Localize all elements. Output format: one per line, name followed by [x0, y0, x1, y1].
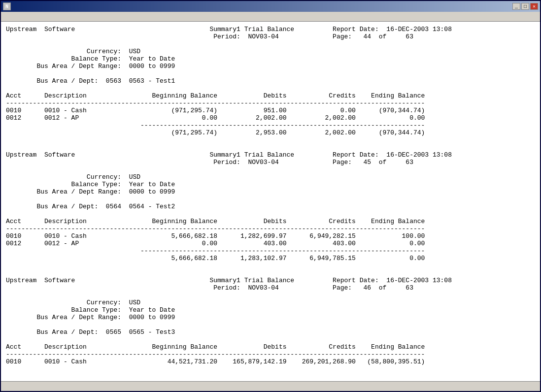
text-content[interactable]: Upstream Software Summary1 Trial Balance… — [1, 22, 540, 381]
title-bar: N _ □ ✕ — [1, 1, 540, 12]
app-icon: N — [3, 2, 11, 10]
status-bar — [1, 381, 540, 391]
menu-format[interactable] — [14, 13, 20, 20]
menu-edit[interactable] — [8, 13, 14, 20]
main-window: N _ □ ✕ Upstream Software Summary1 Trial… — [0, 0, 541, 392]
menu-file[interactable] — [2, 13, 8, 20]
minimize-button[interactable]: _ — [512, 3, 520, 10]
close-button[interactable]: ✕ — [530, 3, 538, 10]
maximize-button[interactable]: □ — [521, 3, 529, 10]
content-wrapper: Upstream Software Summary1 Trial Balance… — [1, 22, 540, 381]
window-controls: _ □ ✕ — [512, 3, 538, 10]
menu-help[interactable] — [26, 13, 32, 20]
menu-view[interactable] — [20, 13, 26, 20]
title-bar-left: N — [3, 2, 13, 10]
menu-bar — [1, 12, 540, 22]
